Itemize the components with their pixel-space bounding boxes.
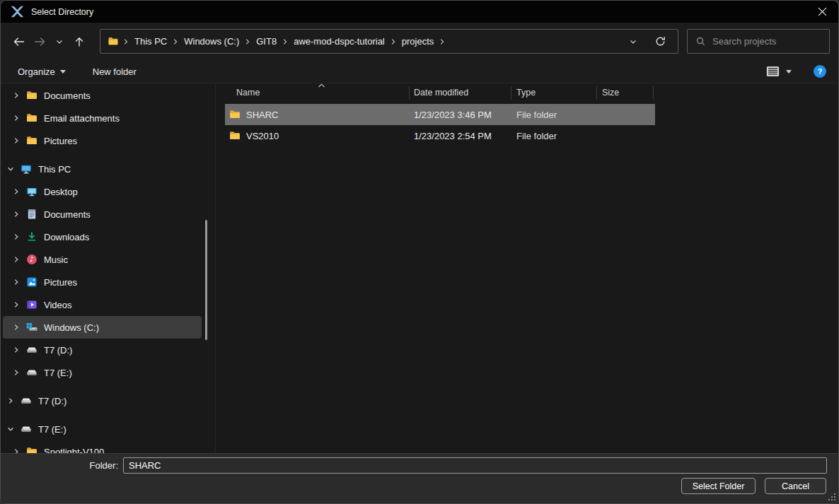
nav-buttons	[8, 23, 90, 60]
new-folder-button[interactable]: New folder	[93, 60, 137, 83]
chevron-right-icon[interactable]	[12, 368, 21, 377]
column-divider[interactable]	[409, 86, 410, 100]
chevron-right-icon[interactable]	[12, 187, 21, 196]
sidebar-item-label: T7 (D:)	[38, 396, 66, 406]
chevron-right-icon[interactable]	[12, 91, 21, 100]
sidebar-item-pictures-pinned[interactable]: Pictures	[3, 129, 202, 152]
chevron-down-icon[interactable]	[6, 425, 15, 433]
forward-button[interactable]	[29, 30, 50, 53]
sidebar-item-label: Email attachments	[44, 113, 120, 124]
refresh-button[interactable]	[654, 35, 666, 47]
folder-icon	[26, 90, 37, 101]
select-directory-dialog: Select Directory	[0, 0, 839, 504]
view-dropdown-button[interactable]	[786, 70, 792, 74]
music-icon: ♪	[26, 254, 37, 265]
sidebar-scrollbar-thumb[interactable]	[205, 220, 207, 340]
search-input[interactable]	[712, 36, 821, 47]
sidebar-item-music[interactable]: ♪ Music	[3, 248, 202, 271]
select-folder-button[interactable]: Select Folder	[681, 478, 756, 494]
chevron-right-icon[interactable]	[12, 300, 21, 309]
chevron-down-icon	[631, 40, 636, 43]
sidebar-item-email-attachments[interactable]: Email attachments	[3, 107, 202, 129]
chevron-down-icon	[57, 40, 62, 43]
chevron-right-icon[interactable]	[12, 278, 21, 286]
breadcrumb-item[interactable]: Windows (C:)	[179, 36, 244, 47]
sidebar-item-t7-e[interactable]: T7 (E:)	[3, 361, 202, 384]
details-view-icon	[766, 66, 780, 77]
sidebar-item-documents-pinned[interactable]: Documents	[3, 84, 202, 107]
sidebar-item-videos[interactable]: Videos	[3, 293, 202, 316]
up-button[interactable]	[69, 30, 90, 53]
column-header-size[interactable]: Size	[596, 88, 653, 98]
column-header-type[interactable]: Type	[511, 88, 596, 98]
chevron-down-icon[interactable]	[6, 165, 15, 173]
address-dropdown-button[interactable]	[629, 37, 637, 46]
navigation-pane: Documents Email attachments Pictures Thi…	[1, 83, 215, 455]
sidebar-item-label: T7 (E:)	[44, 368, 72, 378]
sidebar-item-label: Desktop	[44, 187, 78, 197]
sidebar-item-label: Music	[44, 254, 68, 265]
sidebar-item-t7-d-root[interactable]: T7 (D:)	[3, 389, 202, 412]
window-title: Select Directory	[31, 7, 93, 17]
close-button[interactable]	[806, 1, 838, 23]
file-row-vs2010[interactable]: VS2010 1/23/2023 2:54 PM File folder	[225, 125, 655, 146]
sidebar-item-downloads[interactable]: Downloads	[3, 225, 202, 248]
forward-arrow-icon	[35, 38, 44, 45]
cancel-button[interactable]: Cancel	[765, 478, 826, 494]
file-name-cell: VS2010	[225, 130, 409, 141]
sidebar-item-t7-e-root[interactable]: T7 (E:)	[3, 418, 202, 440]
drive-icon	[26, 367, 37, 378]
chevron-right-icon[interactable]	[12, 255, 21, 264]
recent-locations-button[interactable]	[50, 30, 69, 53]
back-button[interactable]	[8, 30, 29, 53]
folder-field-label: Folder:	[1, 460, 118, 471]
breadcrumb-item[interactable]: awe-mod-dspc-tutorial	[289, 36, 390, 47]
file-row-sharc[interactable]: SHARC 1/23/2023 3:46 PM File folder	[225, 104, 655, 125]
file-type-cell: File folder	[511, 131, 596, 141]
breadcrumb-separator-icon	[173, 38, 178, 45]
dropdown-caret-icon	[60, 70, 66, 74]
sidebar-item-pictures[interactable]: Pictures	[3, 271, 202, 293]
chevron-right-icon[interactable]	[12, 233, 21, 241]
sidebar-item-windows-c[interactable]: Windows (C:)	[3, 316, 202, 339]
breadcrumb-item[interactable]: GIT8	[251, 36, 282, 47]
sidebar-item-label: Videos	[44, 300, 72, 310]
refresh-icon	[656, 37, 664, 45]
address-bar[interactable]: This PC Windows (C:) GIT8 awe-mod-dspc-t…	[100, 29, 678, 54]
search-box[interactable]	[687, 29, 830, 54]
back-arrow-icon	[14, 38, 23, 45]
folder-name-input[interactable]	[123, 457, 827, 474]
chevron-right-icon[interactable]	[12, 323, 21, 332]
help-icon: ?	[813, 64, 827, 78]
breadcrumb-item[interactable]: projects	[397, 36, 439, 47]
sidebar-item-label: Pictures	[44, 277, 77, 288]
organize-label: Organize	[18, 66, 55, 77]
chevron-right-icon[interactable]	[12, 114, 21, 122]
organize-button[interactable]: Organize	[18, 60, 66, 83]
chevron-right-icon[interactable]	[12, 136, 21, 145]
close-icon	[818, 7, 827, 16]
column-header-date-modified[interactable]: Date modified	[409, 88, 511, 98]
column-divider[interactable]	[511, 86, 511, 100]
chevron-right-icon[interactable]	[12, 346, 21, 354]
sidebar-item-spotlight-v100[interactable]: Spotlight-V100	[3, 440, 202, 455]
drive-icon	[21, 423, 32, 435]
file-date-cell: 1/23/2023 3:46 PM	[409, 110, 511, 120]
sidebar-item-this-pc[interactable]: This PC	[3, 158, 202, 180]
sidebar-item-documents[interactable]: Documents	[3, 203, 202, 225]
column-header-name[interactable]: Name	[225, 88, 409, 98]
column-divider[interactable]	[596, 86, 597, 100]
documents-icon	[26, 209, 37, 220]
help-button[interactable]: ?	[813, 64, 827, 78]
breadcrumb-item[interactable]: This PC	[129, 36, 172, 47]
chevron-right-icon[interactable]	[6, 397, 15, 405]
folder-icon	[229, 130, 241, 141]
column-divider[interactable]	[653, 86, 654, 100]
downloads-icon	[26, 231, 37, 242]
sidebar-item-t7-d[interactable]: T7 (D:)	[3, 339, 202, 361]
folder-icon	[229, 109, 241, 120]
chevron-right-icon[interactable]	[12, 210, 21, 218]
change-view-button[interactable]	[766, 66, 780, 77]
resize-grip[interactable]	[828, 493, 836, 501]
sidebar-item-desktop[interactable]: Desktop	[3, 180, 202, 203]
